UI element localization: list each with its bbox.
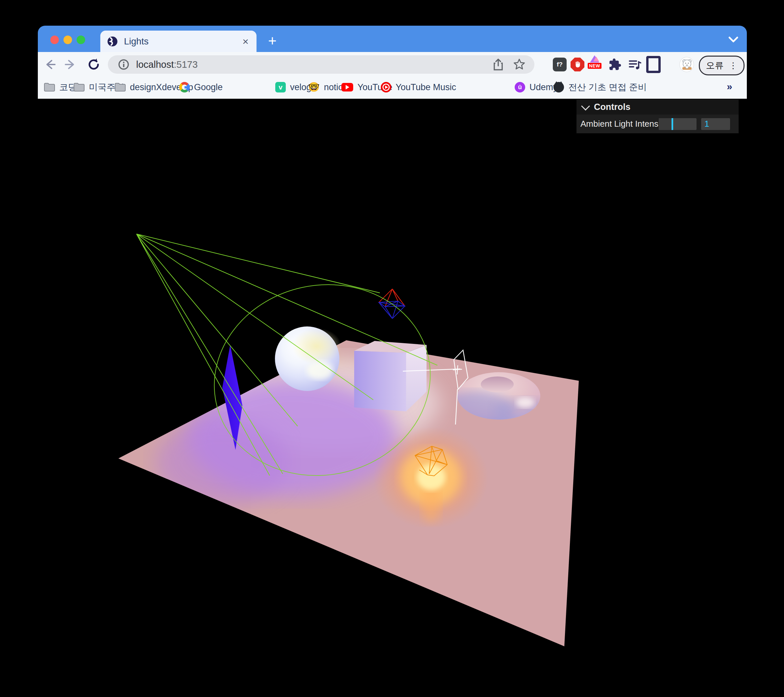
profile-avatar[interactable] <box>679 57 694 72</box>
tab-search-chevron-icon[interactable] <box>727 35 740 45</box>
close-button[interactable] <box>50 36 59 44</box>
github-icon <box>553 82 564 92</box>
url-text[interactable]: localhost:5173 <box>136 59 492 70</box>
new-tab-button[interactable]: + <box>264 33 280 50</box>
tab-strip: Lights × + <box>38 26 747 52</box>
youtube-music-icon <box>381 82 391 92</box>
bookmarks-bar: 코딩 미국주식 designXdevelop Google v velog 🤓 … <box>38 76 747 99</box>
bookmark-youtube-music[interactable]: YouTube Music <box>381 76 456 98</box>
youtube-icon <box>341 83 353 91</box>
extension-adblock-icon[interactable] <box>570 57 585 72</box>
extensions-puzzle-icon[interactable] <box>608 57 622 72</box>
nerd-emoji-icon: 🤓 <box>308 83 320 92</box>
extension-new-icon[interactable]: NEW <box>587 55 602 69</box>
globe-favicon-icon <box>107 36 117 46</box>
gui-panel: Controls Ambient Light Intensity 1 <box>576 99 739 133</box>
site-info-icon[interactable] <box>118 59 130 70</box>
ambient-intensity-value[interactable]: 1 <box>701 118 730 130</box>
gui-title: Controls <box>594 102 631 112</box>
threejs-scene <box>38 99 747 649</box>
gui-title-bar[interactable]: Controls <box>576 99 739 114</box>
bookmark-udemy[interactable]: û Udemy <box>515 76 558 98</box>
control-label: Ambient Light Intensity <box>576 119 659 129</box>
bookmark-star-icon[interactable] <box>513 58 526 71</box>
tab-close-icon[interactable]: × <box>242 36 249 47</box>
browser-window: Lights × + localhost:5173 <box>38 26 747 649</box>
folder-icon <box>44 83 55 92</box>
new-badge: NEW <box>588 63 601 69</box>
playlist-music-icon[interactable] <box>628 57 642 72</box>
point-light-core <box>417 464 446 491</box>
bookmark-coding[interactable]: 코딩 <box>44 76 77 98</box>
cube <box>354 341 427 411</box>
toolbar: localhost:5173 f? NEW <box>38 52 747 76</box>
screenshot-root: { "browser": { "window_controls": {"clos… <box>0 0 784 697</box>
torus-highlight <box>516 397 534 408</box>
frame-extension-icon[interactable] <box>646 57 660 72</box>
tab-lights[interactable]: Lights × <box>100 31 257 52</box>
back-icon[interactable] <box>43 58 56 71</box>
torus-hole <box>481 377 514 392</box>
zoom-button[interactable] <box>77 36 85 44</box>
area-light-glow-2 <box>156 420 288 505</box>
reload-icon[interactable] <box>87 58 100 71</box>
collapse-chevron-icon <box>581 102 590 111</box>
bookmark-velog[interactable]: v velog <box>275 76 311 98</box>
google-logo-icon <box>179 82 190 92</box>
udemy-icon: û <box>515 82 525 92</box>
error-menu-button[interactable]: 오류 ⋮ <box>699 56 744 75</box>
address-bar[interactable]: localhost:5173 <box>108 55 534 74</box>
bookmark-google[interactable]: Google <box>179 76 222 98</box>
velog-icon: v <box>275 82 286 92</box>
error-label: 오류 <box>706 59 724 71</box>
more-options-icon[interactable]: ⋮ <box>729 61 738 71</box>
share-icon[interactable] <box>492 58 504 71</box>
tab-title: Lights <box>124 36 242 47</box>
bookmarks-overflow-icon[interactable]: » <box>727 81 732 92</box>
bookmark-cs-interview[interactable]: 전산 기초 면접 준비 <box>553 76 647 98</box>
folder-icon <box>73 83 84 92</box>
forward-icon[interactable] <box>64 58 77 71</box>
gui-row-ambient: Ambient Light Intensity 1 <box>576 114 739 133</box>
webgl-canvas[interactable]: Controls Ambient Light Intensity 1 <box>38 99 747 649</box>
extension-f-icon[interactable]: f? <box>552 57 567 72</box>
ambient-intensity-slider[interactable] <box>659 118 697 130</box>
minimize-button[interactable] <box>63 36 72 44</box>
folder-icon <box>114 83 126 92</box>
